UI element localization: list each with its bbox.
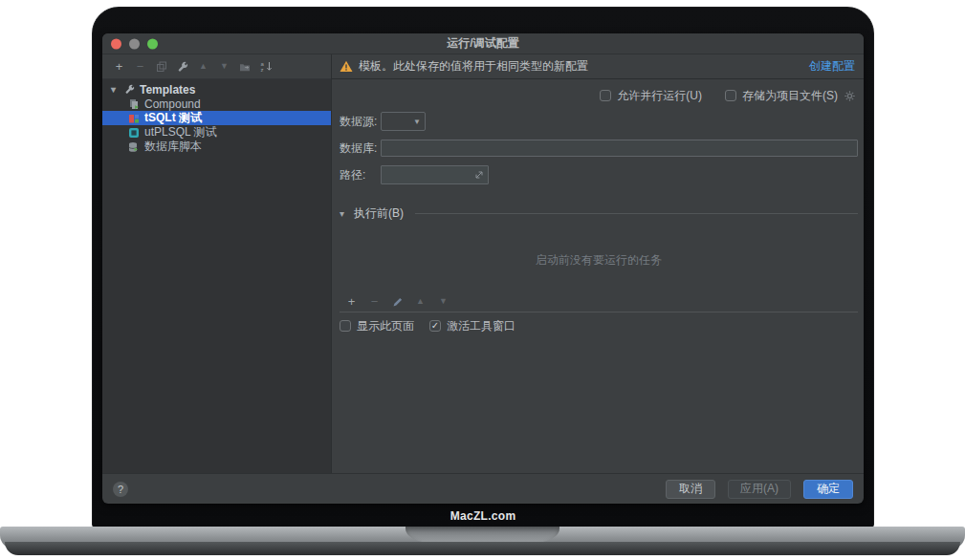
cancel-button[interactable]: 取消 — [666, 480, 715, 499]
allow-parallel-run-option[interactable]: 允许并行运行(U) — [600, 88, 702, 104]
tree-node-utplsql[interactable]: utPLSQL 测试 — [102, 125, 331, 140]
create-configuration-link[interactable]: 创建配置 — [809, 58, 855, 75]
utplsql-test-icon — [128, 127, 140, 139]
store-as-project-file-checkbox[interactable] — [725, 90, 736, 101]
database-script-icon — [128, 141, 140, 153]
templates-wrench-icon — [124, 84, 135, 95]
empty-task-placeholder: 启动前没有要运行的任务 — [340, 228, 858, 291]
tree-node-templates[interactable]: ▾ Templates — [102, 82, 331, 97]
tree-node-tsqlt[interactable]: tSQLt 测试 — [102, 111, 331, 125]
path-label: 路径: — [340, 167, 381, 183]
show-this-page-label: 显示此页面 — [357, 318, 414, 334]
move-down-icon[interactable]: ▼ — [218, 60, 230, 73]
path-row: 路径: — [340, 165, 858, 184]
allow-parallel-run-label: 允许并行运行(U) — [617, 88, 702, 104]
tsqlt-test-icon — [128, 113, 140, 124]
warning-icon — [340, 60, 353, 73]
datasource-row: 数据源: ▼ — [340, 112, 858, 131]
template-banner: 模板。此处保存的值将用于相同类型的新配置 创建配置 — [332, 54, 864, 79]
store-as-project-file-option[interactable]: 存储为项目文件(S) — [725, 88, 838, 104]
dialog-footer: ? 取消 应用(A) 确定 — [102, 473, 864, 504]
store-settings-gear-icon[interactable] — [844, 90, 856, 102]
allow-parallel-run-checkbox[interactable] — [600, 90, 611, 101]
before-launch-task-list: 启动前没有要运行的任务 + − ▲ ▼ — [340, 228, 858, 312]
edit-task-pencil-icon[interactable] — [391, 295, 404, 308]
zoom-window-button[interactable] — [147, 38, 158, 49]
page-options-row: 显示此页面 ✓ 激活工具窗口 — [340, 318, 858, 334]
database-label: 数据库: — [340, 140, 381, 157]
config-editor-panel: 模板。此处保存的值将用于相同类型的新配置 创建配置 允许并行运行(U) 存储为项… — [332, 54, 864, 473]
tree-node-database-script[interactable]: 数据库脚本 — [102, 140, 331, 154]
combobox-arrow-icon: ▼ — [413, 118, 421, 126]
config-form: 允许并行运行(U) 存储为项目文件(S) 数据源: — [332, 79, 864, 473]
tree-node-compound[interactable]: Compound — [102, 97, 331, 111]
task-toolbar: + − ▲ ▼ — [340, 291, 858, 312]
task-move-down-icon[interactable]: ▼ — [437, 295, 450, 308]
check-icon: ✓ — [431, 321, 439, 331]
before-launch-section-header[interactable]: ▾ 执行前(B) — [340, 205, 858, 222]
laptop-lid-notch — [406, 527, 559, 543]
datasource-combobox[interactable]: ▼ — [381, 112, 426, 131]
activate-tool-window-checkbox[interactable]: ✓ — [429, 320, 441, 332]
tree-node-label: Compound — [144, 97, 201, 111]
add-config-button[interactable]: + — [113, 60, 125, 73]
compound-icon — [128, 98, 140, 110]
datasource-label: 数据源: — [340, 114, 381, 130]
move-up-icon[interactable]: ▲ — [197, 60, 209, 73]
run-debug-config-dialog: 运行/调试配置 + − ▲ ▼ a — [102, 33, 864, 504]
window-controls — [111, 38, 158, 49]
show-this-page-option[interactable]: 显示此页面 — [340, 318, 414, 334]
chevron-down-icon[interactable]: ▾ — [111, 84, 120, 95]
task-move-up-icon[interactable]: ▲ — [414, 295, 427, 308]
remove-config-button[interactable]: − — [134, 60, 146, 73]
copy-config-icon[interactable] — [155, 60, 167, 73]
svg-text:z: z — [261, 67, 264, 73]
remove-task-button[interactable]: − — [368, 295, 381, 308]
show-this-page-checkbox[interactable] — [340, 320, 351, 332]
close-window-button[interactable] — [111, 38, 121, 49]
database-row: 数据库: — [340, 140, 858, 157]
sort-configurations-icon[interactable]: a z — [260, 60, 273, 73]
dialog-body: + − ▲ ▼ a z — [102, 54, 864, 473]
window-title: 运行/调试配置 — [447, 35, 518, 52]
configurations-panel: + − ▲ ▼ a z — [102, 54, 332, 473]
database-input[interactable] — [381, 140, 858, 157]
brand-label: MacZL.com — [93, 509, 873, 523]
before-launch-title: 执行前(B) — [354, 205, 404, 222]
footer-buttons: 取消 应用(A) 确定 — [666, 480, 853, 499]
activate-tool-window-option[interactable]: ✓ 激活工具窗口 — [429, 318, 515, 334]
edit-templates-wrench-icon[interactable] — [176, 60, 188, 73]
store-as-project-file-label: 存储为项目文件(S) — [742, 88, 838, 104]
tree-node-label: 数据库脚本 — [144, 139, 202, 155]
add-task-button[interactable]: + — [345, 295, 358, 308]
chevron-down-icon: ▾ — [340, 208, 348, 219]
svg-text:a: a — [261, 61, 265, 67]
titlebar: 运行/调试配置 — [102, 33, 864, 54]
apply-button[interactable]: 应用(A) — [728, 480, 791, 499]
move-to-folder-icon[interactable] — [239, 60, 252, 73]
configurations-toolbar: + − ▲ ▼ a z — [102, 54, 331, 79]
laptop-base-edge — [5, 542, 960, 555]
help-button[interactable]: ? — [113, 482, 128, 497]
section-divider — [415, 213, 858, 214]
activate-tool-window-label: 激活工具窗口 — [447, 318, 515, 334]
minimize-window-button[interactable] — [129, 38, 140, 49]
tree-node-label: Templates — [140, 83, 195, 97]
run-options-row: 允许并行运行(U) 存储为项目文件(S) — [340, 89, 856, 102]
ok-button[interactable]: 确定 — [803, 480, 853, 499]
configurations-tree: ▾ Templates Compound tSQLt — [102, 79, 331, 473]
expand-editor-icon[interactable] — [473, 169, 485, 181]
template-warning-text: 模板。此处保存的值将用于相同类型的新配置 — [359, 58, 588, 75]
